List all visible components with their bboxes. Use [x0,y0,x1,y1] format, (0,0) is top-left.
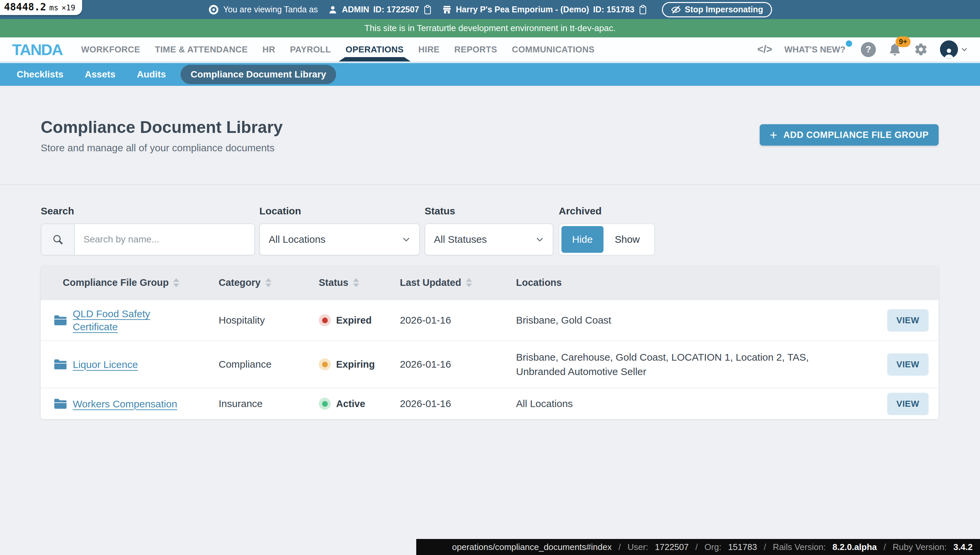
whats-new-link[interactable]: WHAT'S NEW? [785,45,849,55]
person-icon [328,5,338,15]
column-header-label: Locations [516,277,562,288]
status-text: Expiring [336,359,375,370]
view-button[interactable]: VIEW [887,393,929,415]
last-updated-cell: 2026-01-16 [400,359,516,370]
column-header-label: Last Updated [400,277,461,288]
folder-icon [53,398,67,410]
main-nav-right: </> WHAT'S NEW? ? 9+ [757,40,968,58]
column-header-compliance-file-group: Compliance File Group [53,277,219,288]
copy-user-id-icon[interactable] [423,5,432,15]
sub-nav-compliance-document-library[interactable]: Compliance Document Library [181,65,336,84]
status-select[interactable]: All Statuses [424,223,553,255]
tanda-logo[interactable]: TANDA [12,40,62,59]
column-header-label: Compliance File Group [63,277,168,288]
sub-nav-checklists[interactable]: Checklists [10,66,70,83]
sub-nav-audits[interactable]: Audits [130,66,173,83]
file-group-cell: Workers Compensation [53,398,219,411]
archived-label: Archived [559,205,655,217]
org-name: Harry P's Pea Emporium - (Demo) [456,5,589,14]
viewing-group: You are viewing Tanda as [208,4,318,15]
environment-banner: This site is in Terraturtle development … [0,19,980,37]
nav-item-time-attendance[interactable]: TIME & ATTENDANCE [155,37,248,61]
stop-impersonating-button[interactable]: Stop Impersonating [662,2,772,18]
org-id-value: 151783 [728,542,757,552]
help-icon[interactable]: ? [861,42,876,57]
user-label: ADMIN [342,5,369,14]
archived-hide-button[interactable]: Hide [561,226,604,253]
archived-filter: Archived Hide Show [559,205,655,255]
nav-item-workforce[interactable]: WORKFORCE [81,37,140,61]
table-header-row: Compliance File Group Category Status La… [41,265,938,300]
archived-toggle: Hide Show [559,223,655,255]
main-nav-items: WORKFORCE TIME & ATTENDANCE HR PAYROLL O… [81,37,594,61]
avatar [940,40,958,58]
org-id: ID: 151783 [593,5,634,14]
sort-icon[interactable] [353,278,359,287]
file-group-link[interactable]: Liquor Licence [73,358,138,371]
chevron-down-icon [961,46,968,53]
status-cell: Expiring [319,358,400,371]
location-select[interactable]: All Locations [259,223,420,255]
locations-cell: Brisbane, Gold Coast [516,313,875,327]
sort-icon[interactable] [173,278,179,287]
nav-item-label: HR [263,45,275,55]
rails-version-label: Rails Version: [773,542,826,552]
add-compliance-file-group-button[interactable]: + ADD COMPLIANCE FILE GROUP [760,124,938,146]
file-group-link[interactable]: QLD Food Safety Certificate [73,307,184,333]
file-group-link[interactable]: Workers Compensation [73,398,177,411]
status-dot [322,401,328,407]
last-updated-cell: 2026-01-16 [400,314,516,326]
nav-item-label: COMMUNICATIONS [512,45,595,55]
sub-nav-assets[interactable]: Assets [78,66,122,83]
search-box [41,223,255,255]
nav-item-reports[interactable]: REPORTS [454,37,497,61]
operations-sub-nav: Checklists Assets Audits Compliance Docu… [0,63,980,86]
user-menu[interactable] [940,40,968,58]
status-text: Expired [336,315,372,326]
status-label: Status [424,205,553,217]
developer-code-icon[interactable]: </> [757,43,772,55]
locations-cell: All Locations [516,396,875,411]
nav-item-label: OPERATIONS [346,45,404,55]
sort-icon[interactable] [265,278,271,287]
settings-gear-icon[interactable] [914,42,928,56]
search-input[interactable] [75,224,255,255]
rails-version-value: 8.2.0.alpha [833,542,877,552]
status-filter: Status All Statuses [424,205,553,255]
notification-count-badge: 9+ [895,36,911,47]
sort-icon[interactable] [466,278,472,287]
locations-cell: Brisbane, Carehouse, Gold Coast, LOCATIO… [516,350,875,379]
view-button[interactable]: VIEW [887,353,929,376]
active-tab-indicator [338,57,411,61]
separator: / [884,542,886,552]
status-dot-halo [319,358,331,371]
copy-org-id-icon[interactable] [639,5,647,15]
nav-item-hr[interactable]: HR [263,37,275,61]
environment-banner-text: This site is in Terraturtle development … [365,23,615,34]
notifications-bell-icon[interactable]: 9+ [888,42,902,56]
search-icon[interactable] [42,224,75,255]
table-row: Workers Compensation Insurance Active 20… [41,388,938,419]
ruby-version-value: 3.4.2 [953,542,973,552]
column-header-status: Status [319,277,400,288]
status-text: Active [336,398,365,409]
archived-show-button[interactable]: Show [604,234,651,245]
column-header-category: Category [219,277,319,288]
category-cell: Hospitality [219,314,319,326]
visibility-icon [208,4,219,15]
nav-item-label: TIME & ATTENDANCE [155,45,248,55]
last-updated-cell: 2026-01-16 [400,398,516,409]
separator: / [764,542,766,552]
nav-item-hire[interactable]: HIRE [418,37,440,61]
separator: / [618,542,621,552]
view-button[interactable]: VIEW [887,309,929,332]
nav-item-operations[interactable]: OPERATIONS [346,37,404,61]
column-header-label: Category [219,277,261,288]
nav-item-payroll[interactable]: PAYROLL [290,37,331,61]
location-value: All Locations [269,234,325,245]
nav-item-communications[interactable]: COMMUNICATIONS [512,37,595,61]
user-id: ID: 1722507 [373,5,419,14]
column-header-locations: Locations [516,277,875,288]
location-filter: Location All Locations [259,205,420,255]
status-dot [322,362,328,367]
